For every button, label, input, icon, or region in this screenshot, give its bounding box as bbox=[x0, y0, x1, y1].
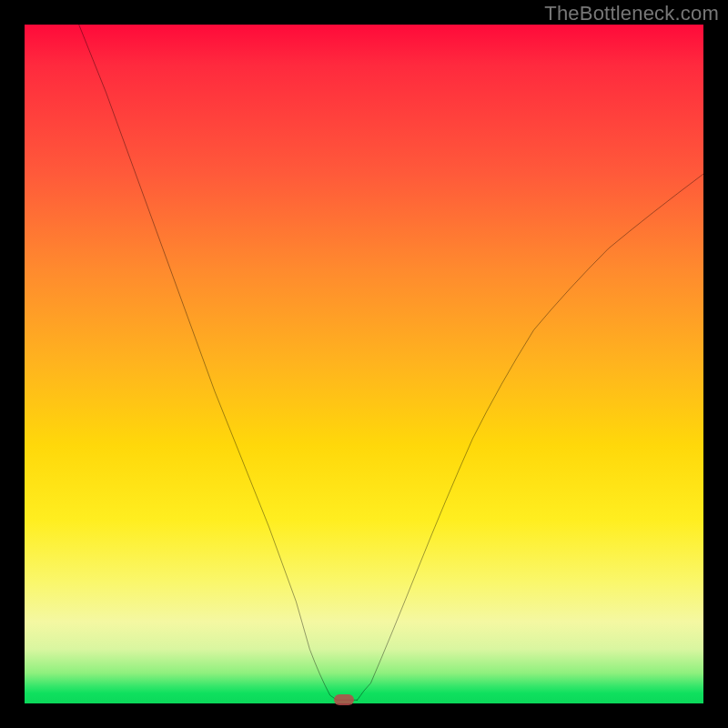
chart-frame: TheBottleneck.com bbox=[0, 0, 728, 728]
curve-right-arm bbox=[358, 174, 703, 700]
curve-left-arm bbox=[79, 25, 337, 700]
minimum-marker bbox=[334, 694, 354, 705]
watermark-text: TheBottleneck.com bbox=[544, 2, 719, 25]
bottleneck-curve bbox=[25, 25, 703, 703]
plot-area bbox=[25, 25, 703, 703]
